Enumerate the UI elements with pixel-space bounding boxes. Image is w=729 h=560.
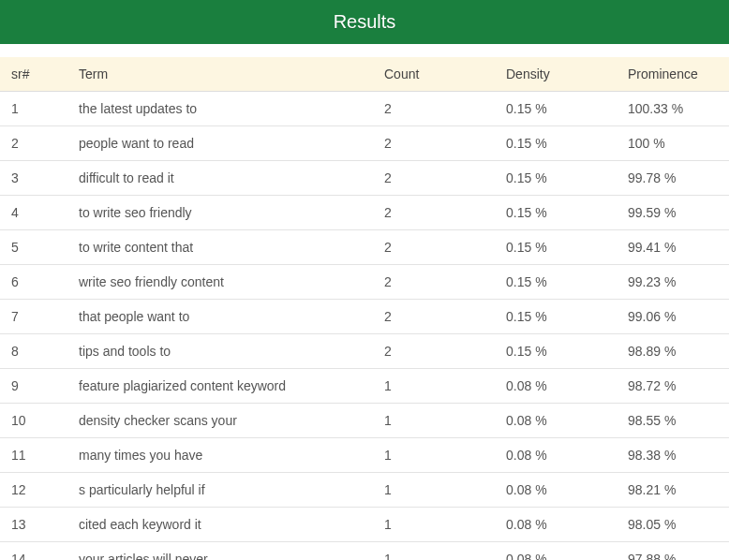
- cell-sr: 6: [0, 265, 67, 300]
- cell-prominence: 99.06 %: [617, 300, 729, 334]
- cell-sr: 2: [0, 126, 67, 161]
- cell-term: the latest updates to: [67, 92, 373, 126]
- table-row: 7that people want to20.15 %99.06 %: [0, 300, 729, 334]
- cell-density: 0.15 %: [495, 126, 617, 161]
- cell-density: 0.08 %: [495, 508, 617, 542]
- cell-prominence: 98.55 %: [617, 404, 729, 438]
- cell-sr: 12: [0, 473, 67, 508]
- col-density: Density: [495, 57, 617, 92]
- cell-term: cited each keyword it: [67, 508, 373, 542]
- cell-density: 0.08 %: [495, 369, 617, 404]
- cell-density: 0.08 %: [495, 404, 617, 438]
- cell-density: 0.15 %: [495, 161, 617, 196]
- cell-prominence: 98.38 %: [617, 438, 729, 473]
- cell-sr: 8: [0, 334, 67, 369]
- cell-sr: 11: [0, 438, 67, 473]
- cell-count: 2: [373, 230, 495, 265]
- cell-count: 2: [373, 300, 495, 334]
- cell-sr: 13: [0, 508, 67, 542]
- cell-count: 1: [373, 438, 495, 473]
- cell-prominence: 100 %: [617, 126, 729, 161]
- table-row: 13cited each keyword it10.08 %98.05 %: [0, 508, 729, 542]
- table-row: 1the latest updates to20.15 %100.33 %: [0, 92, 729, 126]
- results-body: 1the latest updates to20.15 %100.33 %2pe…: [0, 92, 729, 561]
- cell-prominence: 99.23 %: [617, 265, 729, 300]
- header-gap: [0, 44, 729, 57]
- cell-term: s particularly helpful if: [67, 473, 373, 508]
- cell-prominence: 99.78 %: [617, 161, 729, 196]
- cell-prominence: 97.88 %: [617, 542, 729, 561]
- cell-prominence: 98.89 %: [617, 334, 729, 369]
- cell-count: 1: [373, 473, 495, 508]
- cell-term: feature plagiarized content keyword: [67, 369, 373, 404]
- table-row: 2people want to read20.15 %100 %: [0, 126, 729, 161]
- cell-density: 0.15 %: [495, 265, 617, 300]
- cell-density: 0.15 %: [495, 92, 617, 126]
- cell-count: 2: [373, 126, 495, 161]
- cell-prominence: 99.41 %: [617, 230, 729, 265]
- cell-sr: 14: [0, 542, 67, 561]
- cell-density: 0.08 %: [495, 542, 617, 561]
- col-count: Count: [373, 57, 495, 92]
- table-row: 11many times you have10.08 %98.38 %: [0, 438, 729, 473]
- results-title: Results: [334, 11, 396, 32]
- cell-prominence: 98.72 %: [617, 369, 729, 404]
- cell-sr: 4: [0, 196, 67, 230]
- table-row: 12s particularly helpful if10.08 %98.21 …: [0, 473, 729, 508]
- cell-sr: 9: [0, 369, 67, 404]
- cell-count: 2: [373, 161, 495, 196]
- col-sr: sr#: [0, 57, 67, 92]
- cell-sr: 3: [0, 161, 67, 196]
- cell-term: tips and tools to: [67, 334, 373, 369]
- table-row: 9feature plagiarized content keyword10.0…: [0, 369, 729, 404]
- cell-term: people want to read: [67, 126, 373, 161]
- table-row: 8tips and tools to20.15 %98.89 %: [0, 334, 729, 369]
- cell-density: 0.15 %: [495, 334, 617, 369]
- cell-sr: 5: [0, 230, 67, 265]
- cell-density: 0.08 %: [495, 473, 617, 508]
- cell-term: that people want to: [67, 300, 373, 334]
- cell-count: 1: [373, 404, 495, 438]
- cell-term: to write content that: [67, 230, 373, 265]
- col-term: Term: [67, 57, 373, 92]
- table-row: 5to write content that20.15 %99.41 %: [0, 230, 729, 265]
- cell-term: density checker scans your: [67, 404, 373, 438]
- cell-term: to write seo friendly: [67, 196, 373, 230]
- table-row: 4to write seo friendly20.15 %99.59 %: [0, 196, 729, 230]
- cell-sr: 10: [0, 404, 67, 438]
- table-row: 6write seo friendly content20.15 %99.23 …: [0, 265, 729, 300]
- table-row: 14your articles will never10.08 %97.88 %: [0, 542, 729, 561]
- cell-prominence: 98.05 %: [617, 508, 729, 542]
- cell-count: 1: [373, 508, 495, 542]
- cell-count: 2: [373, 334, 495, 369]
- cell-term: your articles will never: [67, 542, 373, 561]
- cell-count: 2: [373, 265, 495, 300]
- cell-prominence: 100.33 %: [617, 92, 729, 126]
- results-header: Results: [0, 0, 729, 44]
- cell-density: 0.08 %: [495, 438, 617, 473]
- cell-prominence: 99.59 %: [617, 196, 729, 230]
- cell-term: write seo friendly content: [67, 265, 373, 300]
- cell-term: many times you have: [67, 438, 373, 473]
- cell-count: 1: [373, 542, 495, 561]
- cell-density: 0.15 %: [495, 230, 617, 265]
- cell-count: 2: [373, 196, 495, 230]
- cell-density: 0.15 %: [495, 196, 617, 230]
- results-table: sr# Term Count Density Prominence 1the l…: [0, 57, 729, 560]
- cell-count: 1: [373, 369, 495, 404]
- cell-count: 2: [373, 92, 495, 126]
- cell-term: difficult to read it: [67, 161, 373, 196]
- cell-sr: 7: [0, 300, 67, 334]
- cell-prominence: 98.21 %: [617, 473, 729, 508]
- cell-sr: 1: [0, 92, 67, 126]
- table-row: 10density checker scans your10.08 %98.55…: [0, 404, 729, 438]
- cell-density: 0.15 %: [495, 300, 617, 334]
- table-header-row: sr# Term Count Density Prominence: [0, 57, 729, 92]
- col-prominence: Prominence: [617, 57, 729, 92]
- table-row: 3difficult to read it20.15 %99.78 %: [0, 161, 729, 196]
